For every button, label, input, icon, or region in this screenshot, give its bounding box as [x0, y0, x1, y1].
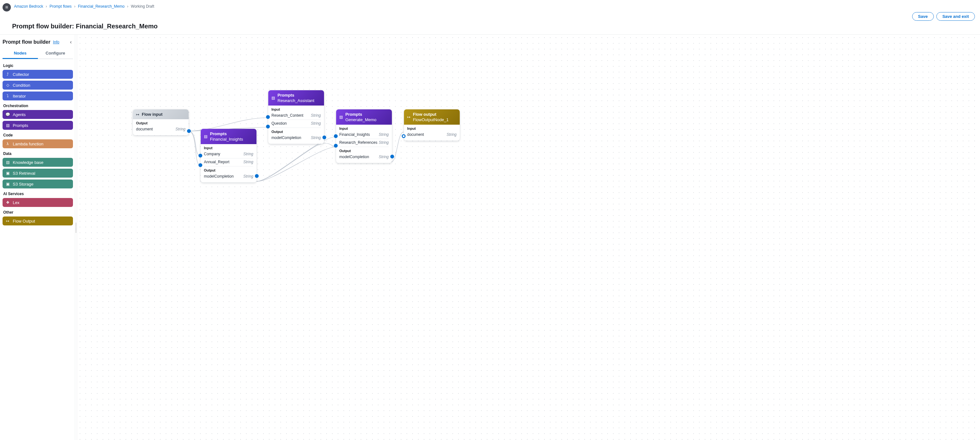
- section-input-label: Input: [404, 125, 460, 131]
- group-code: Code: [3, 132, 73, 139]
- save-button[interactable]: Save: [912, 12, 934, 21]
- edges-layer: [77, 35, 980, 440]
- node-palette-lambda[interactable]: λLambda function: [3, 139, 73, 148]
- agents-icon: 💬: [5, 112, 10, 117]
- node-type: Prompts: [345, 112, 377, 117]
- node-type: Prompts: [277, 93, 315, 97]
- group-other: Other: [3, 209, 73, 217]
- input-type: String: [243, 160, 253, 164]
- section-input-label: Input: [268, 105, 324, 112]
- node-type: Flow output: [413, 112, 449, 117]
- node-palette-s3-storage[interactable]: ▣S3 Storage: [3, 180, 73, 188]
- tab-configure[interactable]: Configure: [38, 48, 73, 59]
- output-port[interactable]: [323, 136, 326, 139]
- section-output-label: Output: [201, 166, 256, 173]
- node-palette-condition[interactable]: ◇Condition: [3, 81, 73, 89]
- node-name: Financial_Insights: [210, 137, 243, 142]
- section-input-label: Input: [201, 144, 256, 150]
- output-name: modelCompletion: [204, 174, 234, 179]
- group-data: Data: [3, 150, 73, 158]
- prompts-icon: ▤: [339, 115, 343, 119]
- input-type: String: [447, 132, 457, 137]
- input-port-annual-report[interactable]: [199, 163, 202, 167]
- chevron-right-icon: ›: [127, 4, 128, 9]
- section-output-label: Output: [336, 147, 392, 153]
- input-type: String: [243, 152, 253, 156]
- input-type: String: [311, 121, 321, 126]
- sidebar-title: Prompt flow builder: [3, 39, 50, 45]
- page-title: Prompt flow builder: Financial_Research_…: [12, 22, 980, 30]
- input-type: String: [379, 140, 389, 145]
- output-type: String: [311, 136, 321, 140]
- group-orchestration: Orchestration: [3, 102, 73, 110]
- node-type: Prompts: [210, 131, 243, 136]
- hamburger-icon: ≡: [5, 5, 8, 10]
- node-palette-iterator[interactable]: ⤵Iterator: [3, 91, 73, 100]
- chevron-right-icon: ›: [46, 4, 47, 9]
- section-output-label: Output: [133, 119, 189, 126]
- input-name: Company: [204, 152, 220, 156]
- node-generate-memo[interactable]: ▤PromptsGenerate_Memo Input Financial_In…: [336, 109, 392, 163]
- output-name: modelCompletion: [339, 155, 369, 159]
- collector-icon: ⤴: [5, 72, 10, 77]
- node-name: FlowOutputNode_1: [413, 117, 449, 122]
- node-research-assistant[interactable]: ▤PromptsResearch_Assistant Input Researc…: [268, 90, 324, 144]
- node-palette-kb[interactable]: ▤Knowledge base: [3, 158, 73, 167]
- collapse-sidebar-button[interactable]: ‹: [70, 39, 73, 45]
- node-flow-output[interactable]: ↦Flow outputFlowOutputNode_1 Input docum…: [404, 109, 460, 140]
- node-name: Generate_Memo: [345, 117, 377, 122]
- node-palette-flow-output[interactable]: ↦Flow Output: [3, 217, 73, 225]
- input-type: String: [311, 113, 321, 118]
- output-type: String: [379, 155, 389, 159]
- kb-icon: ▤: [5, 160, 10, 165]
- input-port-research-references[interactable]: [334, 144, 338, 148]
- info-link[interactable]: Info: [53, 40, 59, 44]
- input-port-company[interactable]: [199, 154, 202, 158]
- prompts-icon: ▤: [5, 123, 10, 128]
- node-palette-lex[interactable]: ❖Lex: [3, 198, 73, 207]
- output-name: modelCompletion: [272, 136, 301, 140]
- breadcrumb-current: Working Draft: [131, 4, 154, 9]
- node-title: Flow input: [142, 112, 162, 117]
- lambda-icon: λ: [5, 141, 10, 146]
- input-name: Research_References: [339, 140, 377, 145]
- lex-icon: ❖: [5, 200, 10, 205]
- node-name: Research_Assistant: [277, 98, 315, 103]
- group-ai-services: AI Services: [3, 190, 73, 198]
- flow-canvas[interactable]: ↦Flow input Output documentString ▤Promp…: [77, 35, 980, 440]
- breadcrumb-prompt-flows[interactable]: Prompt flows: [49, 4, 72, 9]
- breadcrumb: Amazon Bedrock › Prompt flows › Financia…: [14, 4, 154, 9]
- group-logic: Logic: [3, 62, 73, 70]
- node-palette-collector[interactable]: ⤴Collector: [3, 70, 73, 79]
- tab-nodes[interactable]: Nodes: [3, 48, 38, 59]
- output-type: String: [175, 127, 185, 131]
- input-name: Research_Content: [272, 113, 303, 118]
- sidebar: Prompt flow builder Info ‹ Nodes Configu…: [0, 35, 75, 440]
- input-name: Annual_Report: [204, 160, 229, 164]
- flow-output-icon: ↦: [5, 218, 10, 223]
- node-palette-prompts[interactable]: ▤Prompts: [3, 121, 73, 130]
- prompts-icon: ▤: [204, 134, 207, 139]
- node-financial-insights[interactable]: ▤PromptsFinancial_Insights Input Company…: [201, 129, 256, 182]
- section-input-label: Input: [336, 125, 392, 131]
- save-exit-button[interactable]: Save and exit: [936, 12, 975, 21]
- input-name: document: [407, 132, 424, 137]
- input-port-question[interactable]: [266, 125, 270, 129]
- flow-input-icon: ↦: [136, 112, 139, 117]
- breadcrumb-amazon-bedrock[interactable]: Amazon Bedrock: [14, 4, 43, 9]
- node-palette-agents[interactable]: 💬Agents: [3, 110, 73, 119]
- output-port[interactable]: [255, 174, 259, 178]
- output-port[interactable]: [187, 129, 191, 133]
- flow-output-icon: ↦: [407, 115, 410, 119]
- chevron-right-icon: ›: [74, 4, 75, 9]
- input-port-research-content[interactable]: [266, 115, 270, 119]
- input-port-financial-insights[interactable]: [334, 134, 338, 138]
- s3-icon: ▣: [5, 171, 10, 176]
- output-port[interactable]: [390, 155, 394, 158]
- node-palette-s3-retrieval[interactable]: ▣S3 Retrieval: [3, 169, 73, 178]
- node-flow-input[interactable]: ↦Flow input Output documentString: [133, 109, 189, 135]
- input-port-document[interactable]: [402, 134, 406, 138]
- hamburger-menu-button[interactable]: ≡: [3, 3, 11, 11]
- input-name: Financial_Insights: [339, 132, 370, 137]
- breadcrumb-flow-name[interactable]: Financial_Research_Memo: [78, 4, 124, 9]
